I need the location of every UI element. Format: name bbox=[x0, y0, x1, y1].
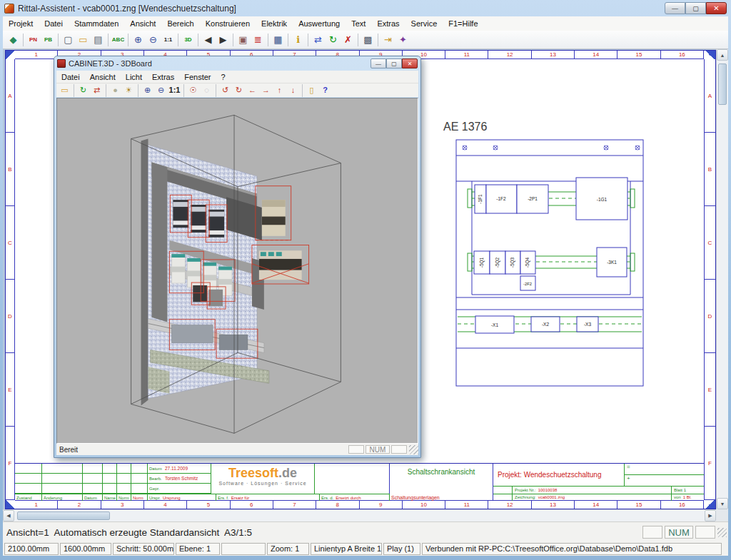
help-3d-icon[interactable]: ? bbox=[318, 84, 332, 96]
child-menu-item-3[interactable]: Licht bbox=[121, 72, 147, 82]
menu-item-8[interactable]: Auswertung bbox=[293, 17, 346, 30]
3d-viewport[interactable] bbox=[56, 98, 418, 444]
properties-icon[interactable]: ▩ bbox=[361, 33, 375, 47]
status-field-1: 2100.00mm bbox=[4, 543, 59, 555]
cabinet3d-icon bbox=[57, 59, 66, 68]
light-settings-icon[interactable]: ☀ bbox=[122, 84, 136, 96]
menu-bar: ProjektDateiStammdatenAnsichtBereichKons… bbox=[3, 16, 728, 31]
update-links-icon[interactable]: ⇄ bbox=[311, 33, 326, 47]
sheet-column-ruler-bottom: 12345678910111213141516 bbox=[15, 500, 704, 509]
vertical-scrollbar[interactable]: ▲ ▼ bbox=[716, 49, 728, 509]
resize-grip[interactable] bbox=[717, 528, 727, 537]
child-menu-item-1[interactable]: Datei bbox=[56, 72, 85, 82]
menu-item-3[interactable]: Stammdaten bbox=[69, 17, 124, 30]
revision-table bbox=[15, 464, 148, 494]
project-navigator-pn-icon[interactable]: PN bbox=[26, 33, 41, 47]
print-icon[interactable]: ▤ bbox=[91, 33, 106, 47]
scroll-up-icon[interactable]: ▲ bbox=[717, 49, 728, 61]
menu-item-5[interactable]: Bereich bbox=[161, 17, 199, 30]
child-status-cell bbox=[391, 445, 407, 454]
scroll-left-icon[interactable]: ◀ bbox=[3, 510, 14, 521]
zoom-1to1-icon[interactable]: 1:1 bbox=[161, 33, 176, 47]
rotate-up-icon[interactable]: ↑ bbox=[273, 84, 286, 96]
zoom-1to1-icon[interactable]: 1:1 bbox=[168, 84, 181, 96]
menu-item-2[interactable]: Datei bbox=[39, 17, 69, 30]
3d-cabinet-render bbox=[57, 98, 418, 443]
parts-list-icon[interactable]: ▦ bbox=[271, 33, 286, 47]
menu-item-7[interactable]: Elektrik bbox=[256, 17, 293, 30]
rotate-down-icon[interactable]: ↓ bbox=[286, 84, 300, 96]
help-icon[interactable]: ✦ bbox=[395, 33, 410, 47]
status-bar: Ansicht=1 Automatisch erzeugte Standarda… bbox=[3, 521, 728, 542]
child-minimize-button[interactable]: — bbox=[370, 58, 386, 68]
view-3d-icon[interactable]: 3D bbox=[181, 33, 196, 47]
menu-item-10[interactable]: Extras bbox=[371, 17, 405, 30]
status-field-5 bbox=[221, 543, 266, 555]
project-name: Projekt: Wendeschuetzschaltung bbox=[498, 471, 601, 479]
menu-item-1[interactable]: Projekt bbox=[3, 17, 39, 30]
menu-item-12[interactable]: F1=Hilfe bbox=[443, 17, 483, 30]
layers-icon[interactable]: ≣ bbox=[251, 33, 266, 47]
menu-item-9[interactable]: Text bbox=[346, 17, 371, 30]
project-box: Projekt: Wendeschuetzschaltung =+ Projek… bbox=[493, 464, 704, 501]
cabinet-layout-schematic[interactable]: AE 1376 bbox=[429, 108, 675, 404]
zoom-out-icon[interactable]: ⊖ bbox=[146, 33, 161, 47]
child-menu-item-6[interactable]: ? bbox=[216, 72, 231, 82]
toolbar-separator bbox=[74, 84, 74, 97]
delete-reference-icon[interactable]: ✗ bbox=[341, 33, 356, 47]
child-title-bar[interactable]: CABINET.3D - 3DBoard — ▢ ✕ bbox=[54, 56, 420, 71]
row-ref-1: A bbox=[6, 59, 14, 133]
menu-item-4[interactable]: Ansicht bbox=[124, 17, 161, 30]
exit-icon[interactable]: ⇥ bbox=[380, 33, 395, 47]
child-num-indicator: NUM bbox=[366, 445, 390, 454]
title-bar[interactable]: Rittal-Assistent - vcab0001.zng [Wendesc… bbox=[0, 0, 731, 16]
horizontal-scrollbar[interactable]: ◀ ▶ bbox=[3, 509, 716, 521]
child-menu-item-4[interactable]: Extras bbox=[147, 72, 179, 82]
open-icon[interactable]: ▭ bbox=[58, 84, 71, 96]
orbit-off-icon[interactable]: ◌ bbox=[200, 84, 213, 96]
abc123-translate-icon[interactable]: ABC bbox=[111, 33, 126, 47]
status-field-9: Verbunden mit RP-PC:C:\TreesoftOffice.or… bbox=[422, 543, 722, 555]
zoom-in-icon[interactable]: ⊕ bbox=[141, 84, 154, 96]
rotate-cw-icon[interactable]: ↻ bbox=[232, 84, 246, 96]
child-close-button[interactable]: ✕ bbox=[402, 58, 418, 68]
board-icon[interactable]: ▯ bbox=[305, 84, 318, 96]
update-3d-icon[interactable]: ⇄ bbox=[90, 84, 104, 96]
new-document-icon[interactable]: ▢ bbox=[61, 33, 76, 47]
open-folder-icon[interactable]: ▭ bbox=[76, 33, 91, 47]
prev-sheet-icon[interactable]: ◀ bbox=[201, 33, 216, 47]
child-maximize-button[interactable]: ▢ bbox=[386, 58, 402, 68]
col-ref-3: 3 bbox=[101, 501, 144, 509]
minimize-button[interactable]: — bbox=[665, 2, 685, 14]
child-menu-item-5[interactable]: Fenster bbox=[179, 72, 216, 82]
child-resize-grip[interactable] bbox=[409, 445, 418, 454]
zoom-in-icon[interactable]: ⊕ bbox=[131, 33, 146, 47]
scroll-down-icon[interactable]: ▼ bbox=[717, 498, 728, 509]
info-icon[interactable]: ℹ bbox=[291, 33, 306, 47]
rotate-left-icon[interactable]: ← bbox=[246, 84, 259, 96]
refresh-icon[interactable]: ↻ bbox=[326, 33, 341, 47]
row-ref-3: C bbox=[705, 206, 715, 280]
mounting-holes bbox=[463, 146, 640, 150]
child-menu-item-2[interactable]: Ansicht bbox=[85, 72, 121, 82]
toolbar-separator bbox=[198, 34, 198, 46]
rotate-right-icon[interactable]: → bbox=[259, 84, 273, 96]
status-cell bbox=[642, 526, 662, 539]
vertical-scroll-thumb[interactable] bbox=[718, 63, 727, 105]
zoom-out-icon[interactable]: ⊖ bbox=[154, 84, 168, 96]
next-sheet-icon[interactable]: ▶ bbox=[216, 33, 231, 47]
light-icon[interactable]: ● bbox=[109, 84, 122, 96]
horizontal-scroll-thumb[interactable] bbox=[17, 511, 110, 520]
maximize-button[interactable]: ▢ bbox=[685, 2, 706, 14]
goto-sheet-icon[interactable]: ▣ bbox=[236, 33, 251, 47]
workspace-tree-icon[interactable]: ◆ bbox=[6, 33, 21, 47]
cabinet3d-window[interactable]: CABINET.3D - 3DBoard — ▢ ✕ DateiAnsichtL… bbox=[54, 56, 421, 458]
menu-item-6[interactable]: Konstruieren bbox=[200, 17, 256, 30]
scroll-right-icon[interactable]: ▶ bbox=[705, 510, 716, 521]
close-button[interactable]: ✕ bbox=[706, 2, 727, 14]
menu-item-11[interactable]: Service bbox=[405, 17, 443, 30]
project-browser-pb-icon[interactable]: PB bbox=[41, 33, 56, 47]
rotate-ccw-icon[interactable]: ↺ bbox=[218, 84, 232, 96]
orbit-icon[interactable]: ☉ bbox=[186, 84, 200, 96]
refresh-3d-icon[interactable]: ↻ bbox=[76, 84, 90, 96]
